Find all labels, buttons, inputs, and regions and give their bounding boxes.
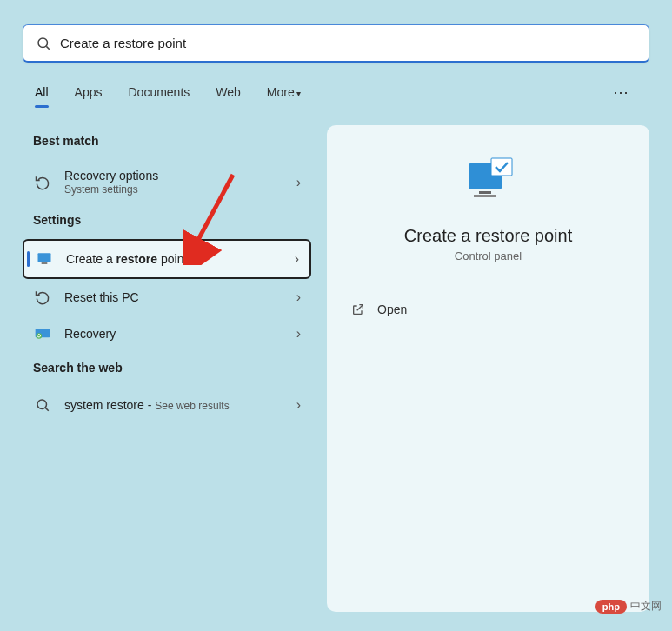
search-icon bbox=[36, 36, 51, 51]
result-sub: System settings bbox=[64, 183, 291, 196]
svg-rect-9 bbox=[479, 191, 491, 194]
preview-pane: Create a restore point Control panel Ope… bbox=[327, 125, 649, 612]
section-settings: Settings bbox=[33, 213, 311, 227]
tab-apps[interactable]: Apps bbox=[75, 82, 103, 103]
result-title: Recovery options bbox=[64, 169, 291, 183]
chevron-right-icon: › bbox=[296, 175, 301, 190]
chevron-right-icon: › bbox=[295, 251, 299, 267]
filter-tabs: All Apps Documents Web More▾ ⋯ bbox=[0, 75, 672, 110]
tab-more[interactable]: More▾ bbox=[267, 82, 301, 103]
preview-icon bbox=[348, 156, 629, 210]
action-open[interactable]: Open bbox=[348, 294, 629, 325]
result-title: Reset this PC bbox=[64, 290, 291, 304]
result-reset-pc[interactable]: Reset this PC › bbox=[23, 279, 311, 316]
result-title: system restore - See web results bbox=[64, 398, 291, 412]
preview-title: Create a restore point bbox=[348, 226, 629, 246]
result-create-restore-point[interactable]: Create a restore point › bbox=[23, 239, 311, 279]
svg-line-7 bbox=[45, 408, 48, 410]
watermark: php 中文网 bbox=[595, 599, 662, 614]
svg-rect-2 bbox=[38, 253, 51, 262]
open-icon bbox=[351, 302, 365, 316]
search-input[interactable] bbox=[60, 36, 636, 50]
section-best-match: Best match bbox=[33, 134, 311, 148]
svg-point-0 bbox=[38, 38, 48, 48]
result-web-system-restore[interactable]: system restore - See web results › bbox=[23, 387, 311, 423]
chevron-right-icon: › bbox=[296, 326, 301, 342]
svg-rect-11 bbox=[491, 158, 512, 176]
chevron-right-icon: › bbox=[296, 397, 301, 413]
result-recovery-options[interactable]: Recovery options System settings › bbox=[23, 160, 311, 204]
tab-all[interactable]: All bbox=[35, 82, 49, 103]
overflow-menu[interactable]: ⋯ bbox=[606, 79, 637, 105]
monitor-icon bbox=[35, 249, 54, 269]
svg-rect-10 bbox=[474, 195, 496, 197]
action-label: Open bbox=[377, 302, 407, 316]
search-bar[interactable] bbox=[23, 24, 649, 63]
reset-pc-icon bbox=[33, 288, 52, 307]
svg-point-6 bbox=[37, 400, 47, 409]
tab-documents[interactable]: Documents bbox=[128, 82, 190, 103]
recovery-icon bbox=[33, 324, 52, 343]
section-search-web: Search the web bbox=[33, 361, 311, 375]
result-recovery[interactable]: Recovery › bbox=[23, 316, 311, 352]
result-title: Recovery bbox=[64, 327, 291, 341]
chevron-right-icon: › bbox=[296, 289, 301, 305]
svg-line-1 bbox=[46, 46, 49, 49]
svg-rect-3 bbox=[42, 262, 48, 264]
result-title: Create a restore point bbox=[66, 252, 289, 266]
search-icon bbox=[33, 395, 52, 415]
preview-sub: Control panel bbox=[348, 249, 629, 262]
results-pane: Best match Recovery options System setti… bbox=[23, 125, 311, 612]
recovery-options-icon bbox=[33, 173, 52, 192]
tab-web[interactable]: Web bbox=[216, 82, 241, 103]
chevron-down-icon: ▾ bbox=[296, 89, 301, 98]
